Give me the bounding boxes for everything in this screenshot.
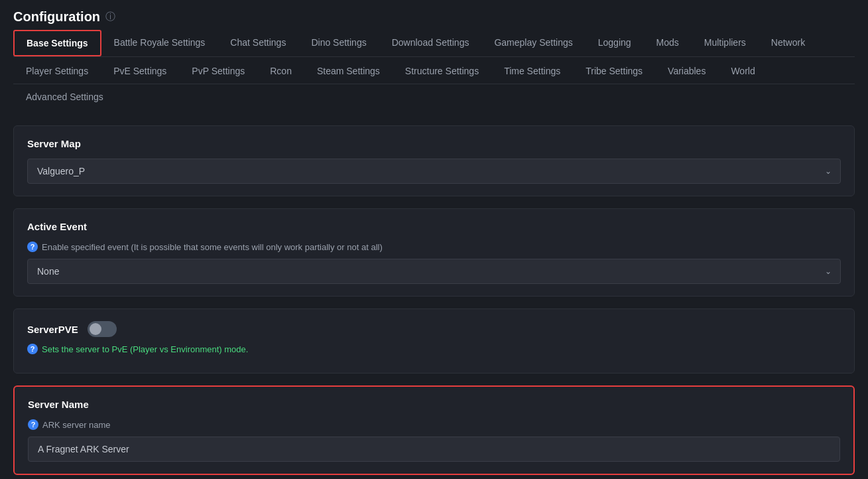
server-name-title: Server Name	[28, 399, 840, 410]
tab-gameplay-settings[interactable]: Gameplay Settings	[481, 30, 585, 56]
tab-time-settings[interactable]: Time Settings	[491, 58, 573, 84]
tab-battle-royale[interactable]: Battle Royale Settings	[101, 30, 218, 56]
server-name-input[interactable]	[28, 437, 840, 462]
tab-player-settings[interactable]: Player Settings	[13, 58, 101, 84]
server-name-help: ? ARK server name	[28, 419, 840, 430]
tab-dino-settings[interactable]: Dino Settings	[298, 30, 379, 56]
active-event-select[interactable]: None WinterWonderland Easter Birthday Fe…	[27, 259, 841, 284]
tab-pve-settings[interactable]: PvE Settings	[101, 58, 179, 84]
active-event-section: Active Event ? Enable specified event (I…	[13, 208, 855, 297]
help-icon[interactable]: ⓘ	[105, 11, 115, 23]
tab-pvp-settings[interactable]: PvP Settings	[179, 58, 257, 84]
tab-variables[interactable]: Variables	[655, 58, 718, 84]
server-map-section: Server Map Valguero_P TheIsland Ragnarok…	[13, 125, 855, 196]
server-pve-title: ServerPVE	[27, 324, 78, 335]
server-pve-help-icon: ?	[27, 344, 38, 354]
server-name-section: Server Name ? ARK server name	[13, 385, 855, 475]
server-map-select[interactable]: Valguero_P TheIsland Ragnarok Aberration…	[27, 159, 841, 184]
server-pve-toggle[interactable]	[88, 321, 117, 337]
tab-download-settings[interactable]: Download Settings	[379, 30, 482, 56]
server-pve-slider	[88, 321, 117, 337]
server-pve-section: ServerPVE ? Sets the server to PvE (Play…	[13, 308, 855, 374]
active-event-help-text: Enable specified event (It is possible t…	[42, 242, 383, 252]
tab-multipliers[interactable]: Multipliers	[692, 30, 759, 56]
active-event-help: ? Enable specified event (It is possible…	[27, 241, 841, 252]
tabs-row-1: Base SettingsBattle Royale SettingsChat …	[13, 30, 855, 57]
server-name-help-icon: ?	[28, 419, 38, 430]
server-name-help-text: ARK server name	[42, 420, 111, 430]
active-event-title: Active Event	[27, 221, 841, 232]
tabs-row-3: Advanced Settings	[13, 84, 855, 112]
server-pve-toggle-row: ServerPVE	[27, 321, 841, 337]
page-title: Configuration	[13, 9, 100, 25]
tab-network[interactable]: Network	[759, 30, 818, 56]
tab-base-settings[interactable]: Base Settings	[13, 30, 101, 56]
active-event-select-wrapper: None WinterWonderland Easter Birthday Fe…	[27, 259, 841, 284]
tab-advanced-settings[interactable]: Advanced Settings	[13, 84, 116, 109]
tab-world[interactable]: World	[718, 58, 767, 84]
tab-rcon[interactable]: Rcon	[257, 58, 304, 84]
tabs-row-2: Player SettingsPvE SettingsPvP SettingsR…	[13, 58, 855, 84]
tab-mods[interactable]: Mods	[644, 30, 692, 56]
server-pve-desc-text: Sets the server to PvE (Player vs Enviro…	[42, 344, 248, 354]
tab-logging[interactable]: Logging	[586, 30, 644, 56]
tab-tribe-settings[interactable]: Tribe Settings	[573, 58, 655, 84]
active-event-help-icon: ?	[27, 241, 38, 252]
tab-steam-settings[interactable]: Steam Settings	[304, 58, 393, 84]
tab-chat-settings[interactable]: Chat Settings	[217, 30, 298, 56]
server-pve-description: ? Sets the server to PvE (Player vs Envi…	[27, 344, 841, 354]
tab-structure-settings[interactable]: Structure Settings	[393, 58, 491, 84]
server-map-title: Server Map	[27, 138, 841, 149]
server-map-select-wrapper: Valguero_P TheIsland Ragnarok Aberration…	[27, 159, 841, 184]
